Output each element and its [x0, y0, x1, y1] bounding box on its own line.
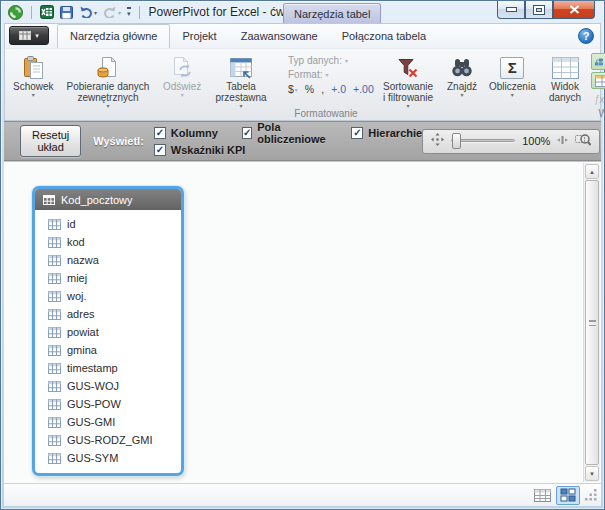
table-header[interactable]: Kod_pocztowy [35, 189, 181, 210]
column-item[interactable]: GUS-SYM [48, 449, 177, 467]
diagram-view-icon [560, 488, 576, 502]
show-hidden-button[interactable]: Pokaż ukryte [591, 72, 605, 89]
column-item[interactable]: GUS-GMI [48, 413, 177, 431]
scroll-down-button[interactable]: ▼ [585, 466, 599, 481]
qat-separator [31, 6, 32, 19]
sort-filter-button[interactable]: Sortowanie i filtrowanie ▾ [378, 52, 438, 110]
zoom-slider-handle[interactable] [452, 133, 461, 149]
redo-button[interactable]: ▾ [102, 4, 122, 21]
chevron-down-icon: ▾ [35, 32, 39, 40]
column-label: woj. [67, 290, 87, 302]
column-item[interactable]: kod [48, 233, 177, 251]
reset-layout-button[interactable]: Resetuj układ [20, 125, 81, 157]
close-icon [569, 5, 580, 14]
column-icon [48, 309, 61, 320]
column-item[interactable]: GUS-WOJ [48, 377, 177, 395]
chevron-down-icon[interactable]: ▾ [118, 9, 121, 16]
group-widok: Widok danych Widok diagramu Pokaż ukryte… [540, 51, 605, 120]
scrollbar-thumb[interactable] [585, 180, 599, 465]
column-item[interactable]: timestamp [48, 359, 177, 377]
format-buttons: $▾ % , +.0 +.00 [280, 81, 374, 97]
external-data-icon [96, 54, 120, 81]
fit-to-window-button[interactable] [431, 132, 444, 150]
resize-grip[interactable] [584, 488, 598, 502]
app-menu-button[interactable]: ▾ [9, 26, 49, 45]
pivot-table-button[interactable]: Tabela przestawna ▾ [208, 52, 274, 110]
column-item[interactable]: GUS-POW [48, 395, 177, 413]
undo-button[interactable]: ▾ [78, 4, 98, 21]
column-label: powiat [67, 326, 99, 338]
maximize-button[interactable] [525, 1, 553, 19]
contextual-tab-group[interactable]: Narzędzia tabel [283, 3, 381, 23]
widok-group-label: Widok [540, 108, 605, 119]
tab-narzedzia-glowne[interactable]: Narzędzia główne [57, 24, 170, 48]
window-controls [497, 1, 595, 19]
checkbox-label: Wskaźniki KPI [171, 144, 246, 156]
checkbox-kolumny[interactable]: ✓ Kolumny [154, 127, 218, 139]
decrease-decimal-button[interactable]: +.00 [353, 83, 374, 95]
column-item[interactable]: gmina [48, 341, 177, 359]
close-button[interactable] [553, 1, 595, 19]
fx-icon: ƒx [594, 94, 605, 105]
help-icon: ? [583, 30, 590, 42]
minimize-button[interactable] [497, 1, 525, 19]
table-kod-pocztowy[interactable]: Kod_pocztowy id kod nazwa miej woj. adre… [32, 186, 184, 476]
diagram-view-icon [595, 56, 603, 68]
get-external-data-label: Pobieranie danych zewnętrznych [65, 81, 151, 103]
table-menu-icon [19, 31, 31, 40]
minimize-icon [507, 8, 516, 11]
get-external-data-button[interactable]: Pobieranie danych zewnętrznych ▾ [62, 52, 154, 110]
column-item[interactable]: woj. [48, 287, 177, 305]
refresh-button[interactable]: Odśwież ▾ [160, 52, 204, 99]
diagram-view-toggle[interactable] [556, 486, 580, 505]
data-view-button[interactable]: Widok danych [542, 52, 588, 103]
currency-format-button[interactable]: $▾ [288, 83, 298, 95]
column-item[interactable]: nazwa [48, 251, 177, 269]
column-label: id [67, 218, 76, 230]
tab-zaawansowane[interactable]: Zaawansowane [229, 25, 330, 48]
check-icon: ✓ [156, 145, 164, 155]
calculation-area-button[interactable]: ƒx Obszar obliczeń [591, 91, 605, 108]
column-item[interactable]: powiat [48, 323, 177, 341]
excel-icon[interactable] [39, 4, 55, 21]
calculations-label: Obliczenia [489, 81, 536, 92]
diagram-toolbar: Resetuj układ Wyświetl: ✓ Kolumny ✓ Pola… [4, 121, 601, 161]
save-button[interactable] [59, 4, 74, 21]
scroll-up-button[interactable]: ▲ [585, 164, 599, 179]
calculations-button[interactable]: Σ Obliczenia ▾ [486, 52, 539, 99]
zoom-original-button[interactable] [557, 132, 568, 150]
increase-decimal-button[interactable]: +.0 [331, 83, 346, 95]
data-view-toggle[interactable] [530, 486, 554, 505]
column-icon [48, 273, 61, 284]
binoculars-icon [451, 54, 473, 81]
column-item[interactable]: id [48, 215, 177, 233]
vertical-scrollbar[interactable]: ▲ ▼ [583, 163, 600, 482]
column-icon [48, 291, 61, 302]
column-item[interactable]: GUS-RODZ_GMI [48, 431, 177, 449]
move-arrows-icon [431, 133, 444, 146]
diagram-view-area[interactable]: Kod_pocztowy id kod nazwa miej woj. adre… [4, 161, 601, 483]
checkbox-hierarchie[interactable]: ✓ Hierarchie [351, 127, 422, 139]
help-button[interactable]: ? [578, 28, 594, 44]
diagram-view-button[interactable]: Widok diagramu [591, 53, 605, 70]
checkbox-wskazniki-kpi[interactable]: ✓ Wskaźniki KPI [154, 144, 246, 156]
data-type-dropdown[interactable]: Typ danych: ▾ [280, 53, 348, 67]
chevron-down-icon[interactable]: ▾ [94, 9, 97, 16]
clipboard-button[interactable]: Schowek ▾ [10, 52, 57, 99]
powerpivot-logo-icon [7, 4, 24, 21]
zoom-slider[interactable] [451, 133, 515, 149]
column-label: GUS-SYM [67, 452, 118, 464]
group-znajdz: Znajdź ▾ [442, 51, 482, 120]
qat-customize-button[interactable]: ▾ [126, 4, 132, 21]
fit-selection-button[interactable] [575, 132, 591, 150]
thousands-separator-button[interactable]: , [321, 83, 324, 95]
column-item[interactable]: miej [48, 269, 177, 287]
column-label: timestamp [67, 362, 118, 374]
column-item[interactable]: adres [48, 305, 177, 323]
formatowanie-group-label: Formatowanie [278, 108, 374, 119]
format-dropdown[interactable]: Format: ▾ [280, 67, 328, 81]
find-button[interactable]: Znajdź ▾ [444, 52, 480, 99]
tab-projekt[interactable]: Projekt [170, 25, 228, 48]
percent-format-button[interactable]: % [305, 83, 314, 95]
tab-polaczona-tabela[interactable]: Połączona tabela [330, 25, 438, 48]
